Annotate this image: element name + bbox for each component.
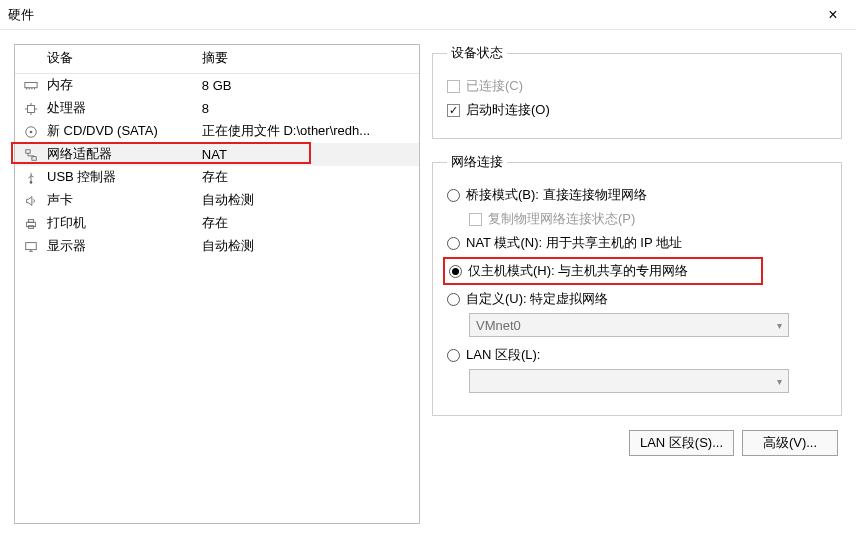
device-summary: 自动检测 xyxy=(194,189,419,212)
advanced-button[interactable]: 高级(V)... xyxy=(742,430,838,456)
radio-custom[interactable]: 自定义(U): 特定虚拟网络 xyxy=(447,289,827,309)
chevron-down-icon: ▾ xyxy=(777,376,782,387)
connected-checkbox: 已连接(C) xyxy=(447,76,827,96)
svg-point-14 xyxy=(30,181,33,184)
checkbox-icon xyxy=(469,213,482,226)
lan-segment-combo: ▾ xyxy=(469,369,789,393)
svg-point-11 xyxy=(30,130,33,133)
network-icon xyxy=(23,148,39,162)
device-name: 新 CD/DVD (SATA) xyxy=(39,120,194,143)
close-icon[interactable]: × xyxy=(818,6,848,24)
device-summary: 存在 xyxy=(194,212,419,235)
table-row[interactable]: 声卡自动检测 xyxy=(15,189,419,212)
chevron-down-icon: ▾ xyxy=(777,320,782,331)
radio-nat-label: NAT 模式(N): 用于共享主机的 IP 地址 xyxy=(466,233,682,253)
checkbox-icon: ✓ xyxy=(447,104,460,117)
table-row[interactable]: 网络适配器NAT xyxy=(15,143,419,166)
device-name: 内存 xyxy=(39,74,194,98)
radio-lan-segment[interactable]: LAN 区段(L): xyxy=(447,345,827,365)
device-name: 声卡 xyxy=(39,189,194,212)
connect-on-power-label: 启动时连接(O) xyxy=(466,100,550,120)
device-summary: 存在 xyxy=(194,166,419,189)
connect-on-power-checkbox[interactable]: ✓ 启动时连接(O) xyxy=(447,100,827,120)
svg-rect-0 xyxy=(25,82,37,87)
custom-vmnet-value: VMnet0 xyxy=(476,318,521,333)
table-row[interactable]: 处理器8 xyxy=(15,97,419,120)
radio-icon xyxy=(447,189,460,202)
svg-rect-12 xyxy=(26,150,30,154)
device-status-group: 设备状态 已连接(C) ✓ 启动时连接(O) xyxy=(432,44,842,139)
device-table: 设备 摘要 内存8 GB处理器8新 CD/DVD (SATA)正在使用文件 D:… xyxy=(15,45,419,258)
radio-bridged-label: 桥接模式(B): 直接连接物理网络 xyxy=(466,185,647,205)
device-list-panel: 设备 摘要 内存8 GB处理器8新 CD/DVD (SATA)正在使用文件 D:… xyxy=(14,44,420,524)
table-row[interactable]: 显示器自动检测 xyxy=(15,235,419,258)
table-row[interactable]: USB 控制器存在 xyxy=(15,166,419,189)
usb-icon xyxy=(23,171,39,185)
connected-label: 已连接(C) xyxy=(466,76,523,96)
printer-icon xyxy=(23,217,39,231)
device-name: 打印机 xyxy=(39,212,194,235)
col-summary: 摘要 xyxy=(194,45,419,74)
cd-icon xyxy=(23,125,39,139)
svg-rect-5 xyxy=(28,105,35,112)
table-row[interactable]: 打印机存在 xyxy=(15,212,419,235)
cpu-icon xyxy=(23,102,39,116)
checkbox-icon xyxy=(447,80,460,93)
lan-segments-button[interactable]: LAN 区段(S)... xyxy=(629,430,734,456)
radio-icon xyxy=(449,265,462,278)
radio-custom-label: 自定义(U): 特定虚拟网络 xyxy=(466,289,608,309)
table-row[interactable]: 新 CD/DVD (SATA)正在使用文件 D:\other\redh... xyxy=(15,120,419,143)
radio-icon xyxy=(447,293,460,306)
radio-icon xyxy=(447,349,460,362)
display-icon xyxy=(23,240,39,254)
device-summary: 8 xyxy=(194,97,419,120)
button-row: LAN 区段(S)... 高级(V)... xyxy=(432,430,842,456)
device-name: 网络适配器 xyxy=(39,143,194,166)
highlight-hostonly: 仅主机模式(H): 与主机共享的专用网络 xyxy=(443,257,763,285)
table-row[interactable]: 内存8 GB xyxy=(15,74,419,98)
memory-icon xyxy=(23,79,39,93)
titlebar: 硬件 × xyxy=(0,0,856,30)
radio-icon xyxy=(447,237,460,250)
right-panel: 设备状态 已连接(C) ✓ 启动时连接(O) 网络连接 桥接模式(B): 直接连… xyxy=(432,44,842,524)
dialog-body: 设备 摘要 内存8 GB处理器8新 CD/DVD (SATA)正在使用文件 D:… xyxy=(0,30,856,538)
replicate-checkbox: 复制物理网络连接状态(P) xyxy=(469,209,827,229)
network-connection-legend: 网络连接 xyxy=(447,153,507,171)
radio-bridged[interactable]: 桥接模式(B): 直接连接物理网络 xyxy=(447,185,827,205)
device-summary: 8 GB xyxy=(194,74,419,98)
device-name: 显示器 xyxy=(39,235,194,258)
radio-hostonly[interactable]: 仅主机模式(H): 与主机共享的专用网络 xyxy=(449,261,757,281)
replicate-label: 复制物理网络连接状态(P) xyxy=(488,209,635,229)
radio-lan-label: LAN 区段(L): xyxy=(466,345,540,365)
device-name: 处理器 xyxy=(39,97,194,120)
device-summary: 正在使用文件 D:\other\redh... xyxy=(194,120,419,143)
network-connection-group: 网络连接 桥接模式(B): 直接连接物理网络 复制物理网络连接状态(P) NAT… xyxy=(432,153,842,416)
sound-icon xyxy=(23,194,39,208)
window-title: 硬件 xyxy=(8,6,818,24)
custom-vmnet-combo: VMnet0 ▾ xyxy=(469,313,789,337)
device-status-legend: 设备状态 xyxy=(447,44,507,62)
svg-rect-18 xyxy=(26,242,37,249)
device-summary: 自动检测 xyxy=(194,235,419,258)
svg-rect-16 xyxy=(28,219,33,222)
col-device: 设备 xyxy=(39,45,194,74)
device-summary: NAT xyxy=(194,143,419,166)
svg-rect-13 xyxy=(32,157,36,161)
device-name: USB 控制器 xyxy=(39,166,194,189)
radio-hostonly-label: 仅主机模式(H): 与主机共享的专用网络 xyxy=(468,261,688,281)
radio-nat[interactable]: NAT 模式(N): 用于共享主机的 IP 地址 xyxy=(447,233,827,253)
